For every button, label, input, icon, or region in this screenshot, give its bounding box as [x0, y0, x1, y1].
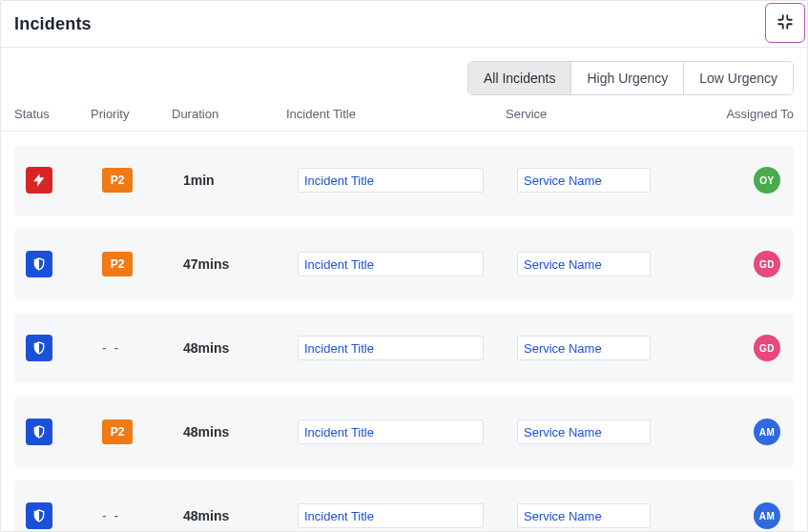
service-name-input[interactable] — [517, 419, 651, 444]
collapse-icon — [777, 13, 794, 33]
priority-badge: P2 — [102, 252, 133, 276]
panel-body: All IncidentsHigh UrgencyLow Urgency Sta… — [1, 48, 807, 531]
header-bar: Incidents — [1, 1, 807, 48]
priority-badge: P2 — [102, 168, 133, 193]
table-row[interactable]: - -48minsAM — [14, 481, 794, 531]
incident-title-input[interactable] — [298, 419, 484, 444]
incident-title-input[interactable] — [298, 168, 484, 193]
shield-icon — [26, 502, 52, 529]
table-header-row: Status Priority Duration Incident Title … — [1, 107, 807, 132]
bolt-icon — [26, 167, 52, 194]
incident-title-input[interactable] — [298, 336, 484, 360]
table-row[interactable]: P248minsAM — [14, 397, 794, 467]
incident-title-input[interactable] — [298, 503, 484, 528]
duration-value: 48mins — [179, 424, 294, 440]
service-name-input[interactable] — [517, 252, 651, 276]
urgency-tab[interactable]: High Urgency — [571, 62, 684, 94]
duration-value: 48mins — [179, 340, 294, 356]
col-status: Status — [14, 107, 91, 121]
service-name-input[interactable] — [517, 168, 651, 193]
col-title: Incident Title — [286, 107, 506, 121]
incident-title-input[interactable] — [298, 252, 484, 276]
incidents-panel: Incidents All IncidentsHigh UrgencyLow U… — [0, 0, 808, 532]
table-row[interactable]: - -48minsGD — [14, 313, 794, 383]
urgency-segmented-control: All IncidentsHigh UrgencyLow Urgency — [467, 61, 794, 95]
duration-value: 48mins — [179, 508, 294, 523]
urgency-filter-bar: All IncidentsHigh UrgencyLow Urgency — [1, 48, 807, 107]
duration-value: 47mins — [179, 256, 294, 272]
page-title: Incidents — [14, 14, 92, 34]
shield-icon — [26, 419, 52, 445]
service-name-input[interactable] — [517, 336, 651, 360]
assignee-avatar[interactable]: AM — [754, 502, 780, 529]
assignee-avatar[interactable]: GD — [754, 251, 780, 277]
priority-badge: P2 — [102, 419, 133, 444]
assignee-avatar[interactable]: OY — [754, 167, 780, 194]
incidents-table: Status Priority Duration Incident Title … — [1, 107, 807, 531]
table-row[interactable]: P247minsGD — [14, 229, 794, 299]
table-body: P21minOYP247minsGD- -48minsGDP248minsAM-… — [1, 145, 807, 531]
shield-icon — [26, 251, 52, 277]
service-name-input[interactable] — [517, 503, 651, 528]
col-service: Service — [506, 107, 706, 121]
col-assigned: Assigned To — [706, 107, 794, 121]
exit-fullscreen-button[interactable] — [765, 3, 805, 43]
col-priority: Priority — [91, 107, 172, 121]
priority-empty: - - — [102, 340, 120, 356]
assignee-avatar[interactable]: AM — [754, 419, 780, 445]
col-duration: Duration — [172, 107, 286, 121]
urgency-tab[interactable]: All Incidents — [468, 62, 571, 94]
shield-icon — [26, 335, 52, 361]
urgency-tab[interactable]: Low Urgency — [684, 62, 793, 94]
table-row[interactable]: P21minOY — [14, 145, 794, 215]
duration-value: 1min — [179, 173, 294, 188]
assignee-avatar[interactable]: GD — [754, 335, 780, 361]
priority-empty: - - — [102, 508, 120, 523]
